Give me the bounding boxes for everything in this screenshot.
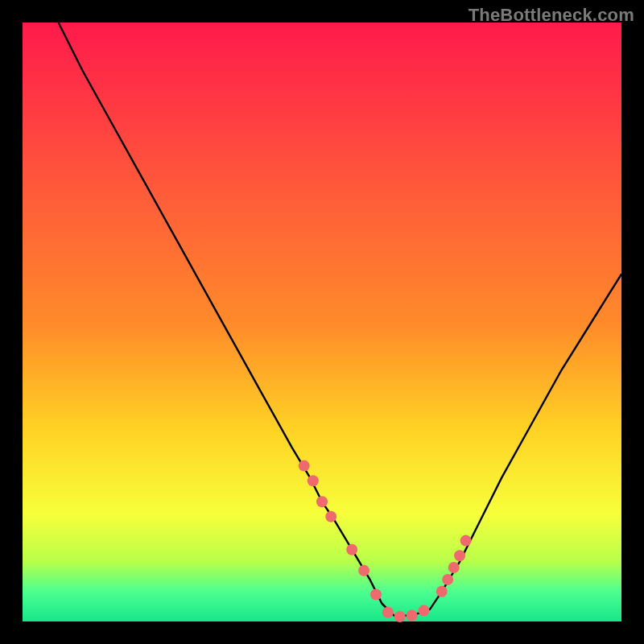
highlight-dot	[308, 475, 319, 486]
highlight-dot	[454, 550, 465, 561]
watermark-label: TheBottleneck.com	[469, 5, 634, 26]
highlight-dot	[382, 607, 394, 618]
highlight-dot	[316, 496, 328, 507]
highlight-dot	[299, 460, 310, 472]
highlight-dot	[394, 611, 406, 622]
highlight-dot	[436, 586, 448, 597]
highlight-dot	[407, 610, 418, 621]
gradient-background	[23, 23, 621, 621]
highlight-dot	[346, 544, 357, 555]
chart-frame: TheBottleneck.com	[0, 0, 644, 644]
bottleneck-chart	[0, 0, 644, 644]
highlight-dot	[442, 574, 453, 585]
highlight-dot	[370, 589, 382, 601]
highlight-dot	[325, 511, 336, 522]
highlight-dot	[448, 562, 460, 573]
highlight-dot	[460, 535, 472, 547]
highlight-dot	[358, 565, 369, 576]
highlight-dot	[419, 605, 430, 617]
